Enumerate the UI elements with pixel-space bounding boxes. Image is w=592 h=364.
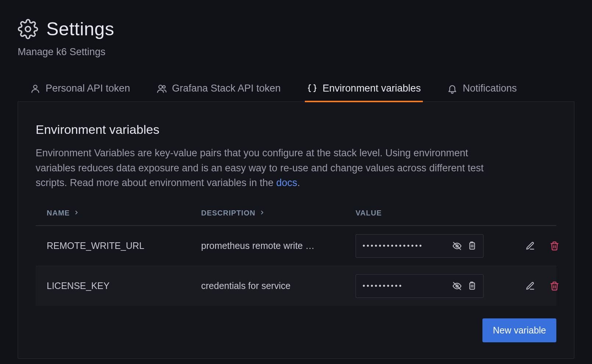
panel-title: Environment variables bbox=[36, 122, 556, 137]
edit-icon[interactable] bbox=[525, 281, 535, 291]
table-row: REMOTE_WRITE_URL prometheus remote write… bbox=[36, 226, 556, 266]
svg-point-0 bbox=[25, 26, 31, 32]
tab-notifications[interactable]: Notifications bbox=[445, 80, 519, 102]
column-header-description[interactable]: DESCRIPTION bbox=[201, 209, 356, 217]
panel-desc-suffix: . bbox=[297, 177, 300, 188]
table-header-row: NAME DESCRIPTION VALUE bbox=[36, 209, 556, 226]
tab-grafana-stack-api-token[interactable]: Grafana Stack API token bbox=[154, 80, 283, 102]
row-actions bbox=[488, 281, 561, 291]
eye-off-icon[interactable] bbox=[452, 241, 462, 251]
column-header-label: NAME bbox=[47, 209, 70, 217]
tab-label: Grafana Stack API token bbox=[172, 83, 281, 94]
eye-off-icon[interactable] bbox=[452, 281, 462, 291]
column-header-label: DESCRIPTION bbox=[201, 209, 256, 217]
svg-point-3 bbox=[163, 85, 165, 88]
user-icon bbox=[30, 83, 40, 94]
svg-rect-6 bbox=[470, 243, 475, 249]
trash-icon[interactable] bbox=[550, 241, 559, 251]
value-box: ••••••••••••••• bbox=[356, 234, 484, 258]
users-icon bbox=[157, 83, 167, 94]
tab-personal-api-token[interactable]: Personal API token bbox=[28, 80, 132, 102]
tab-label: Environment variables bbox=[322, 83, 421, 94]
chevron-right-icon bbox=[259, 209, 265, 217]
gear-icon bbox=[18, 19, 38, 39]
tab-environment-variables[interactable]: Environment variables bbox=[305, 80, 423, 102]
bell-icon bbox=[447, 83, 457, 94]
var-name: LICENSE_KEY bbox=[47, 281, 201, 291]
clipboard-icon[interactable] bbox=[467, 241, 477, 251]
clipboard-icon[interactable] bbox=[467, 281, 477, 291]
panel-footer: New variable bbox=[36, 318, 556, 342]
tabs: Personal API token Grafana Stack API tok… bbox=[18, 79, 574, 102]
masked-value: •••••••••• bbox=[363, 282, 449, 290]
table-body: REMOTE_WRITE_URL prometheus remote write… bbox=[36, 226, 556, 306]
trash-icon[interactable] bbox=[550, 281, 559, 291]
edit-icon[interactable] bbox=[525, 241, 535, 251]
page-subtitle: Manage k6 Settings bbox=[18, 46, 574, 58]
panel-desc-text: Environment Variables are key-value pair… bbox=[36, 147, 484, 188]
docs-link[interactable]: docs bbox=[276, 177, 297, 188]
svg-point-1 bbox=[33, 85, 37, 88]
page-title: Settings bbox=[46, 18, 114, 40]
column-header-label: VALUE bbox=[356, 209, 382, 217]
new-variable-button[interactable]: New variable bbox=[482, 318, 556, 342]
svg-point-2 bbox=[158, 85, 162, 88]
env-variables-panel: Environment variables Environment Variab… bbox=[18, 101, 574, 359]
column-header-name[interactable]: NAME bbox=[47, 209, 201, 217]
var-name: REMOTE_WRITE_URL bbox=[47, 240, 201, 251]
chevron-right-icon bbox=[74, 209, 79, 217]
tab-label: Notifications bbox=[463, 83, 517, 94]
env-variables-table: NAME DESCRIPTION VALUE bbox=[36, 209, 556, 306]
tab-label: Personal API token bbox=[46, 83, 130, 94]
svg-rect-11 bbox=[470, 283, 475, 289]
value-box: •••••••••• bbox=[356, 274, 484, 298]
table-row: LICENSE_KEY credentials for service ••••… bbox=[36, 266, 556, 306]
panel-description: Environment Variables are key-value pair… bbox=[36, 146, 499, 190]
var-description: credentials for service bbox=[201, 281, 356, 291]
masked-value: ••••••••••••••• bbox=[363, 242, 449, 250]
braces-icon bbox=[307, 83, 317, 94]
column-header-value: VALUE bbox=[356, 209, 488, 217]
page-header: Settings bbox=[18, 18, 574, 40]
var-description: prometheus remote write … bbox=[201, 240, 356, 251]
row-actions bbox=[488, 241, 561, 251]
